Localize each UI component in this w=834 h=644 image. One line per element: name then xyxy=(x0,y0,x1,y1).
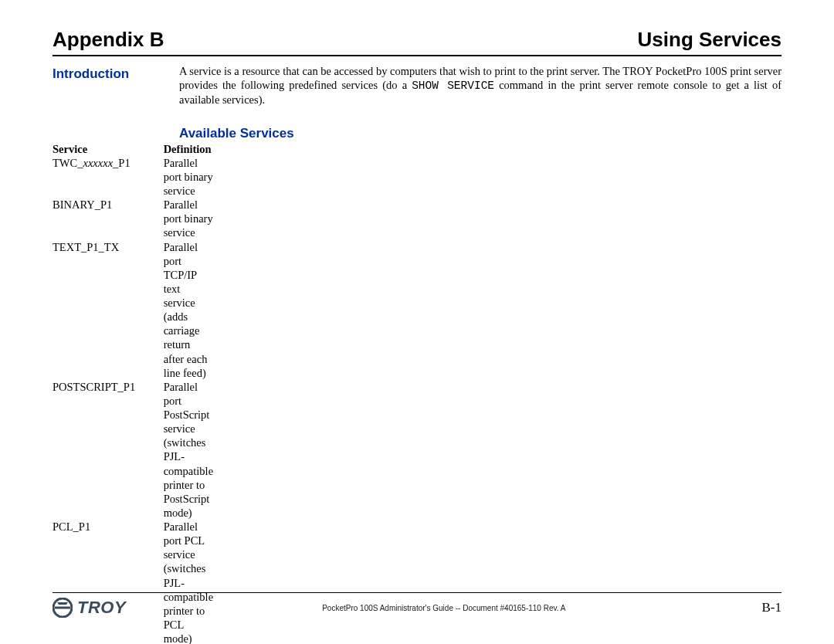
table-row: TWC_xxxxxx_P1 Parallel port binary servi… xyxy=(53,156,227,198)
intro-cmd: SHOW SERVICE xyxy=(412,80,494,92)
table-row: POSTSCRIPT_P1 Parallel port PostScript s… xyxy=(53,380,227,520)
header-rule xyxy=(53,55,781,56)
col-header-definition: Definition xyxy=(164,142,227,156)
svc-name-part: PCL_P1 xyxy=(53,520,90,533)
svc-name-part: _P1 xyxy=(113,157,131,169)
footer-row: TROY PocketPro 100S Administrator's Guid… xyxy=(53,593,781,618)
svc-name-part: BINARY_P1 xyxy=(53,198,112,211)
svc-name-part: TWC_ xyxy=(53,157,83,169)
svc-definition: Parallel port TCP/IP text service (adds … xyxy=(164,240,227,380)
spacer xyxy=(53,117,781,124)
table-row: PCL_P1 Parallel port PCL service (switch… xyxy=(53,520,227,644)
page-footer: TROY PocketPro 100S Administrator's Guid… xyxy=(53,592,781,618)
svc-definition: Parallel port PCL service (switches PJL-… xyxy=(164,520,227,644)
svc-name-part: POSTSCRIPT_P1 xyxy=(53,381,135,393)
svc-definition: Parallel port PostScript service (switch… xyxy=(164,380,227,520)
side-heading-available-services: Available Services xyxy=(179,124,781,141)
troy-logo-text: TROY xyxy=(77,598,126,618)
svc-name-part: TEXT_P1_TX xyxy=(53,241,119,253)
intro-body: A service is a resource that can be acce… xyxy=(179,64,781,117)
svc-name-var: xxxxxx xyxy=(83,157,113,169)
side-heading-introduction: Introduction xyxy=(53,64,167,117)
intro-paragraph: A service is a resource that can be acce… xyxy=(179,64,781,107)
table-row: BINARY_P1 Parallel port binary service xyxy=(53,198,227,239)
header-right: Using Services xyxy=(638,28,781,52)
page-header: Appendix B Using Services xyxy=(53,28,781,52)
svc-definition: Parallel port binary service xyxy=(164,198,227,239)
troy-logo: TROY xyxy=(53,598,126,618)
header-left: Appendix B xyxy=(53,28,164,52)
page-number: B-1 xyxy=(761,600,781,615)
services-table-header-row: Service Definition xyxy=(53,142,227,156)
services-table: Service Definition TWC_xxxxxx_P1 Paralle… xyxy=(53,142,227,644)
document-page: Appendix B Using Services Introduction A… xyxy=(0,0,834,644)
col-header-service: Service xyxy=(53,142,164,156)
footer-doc-info: PocketPro 100S Administrator's Guide -- … xyxy=(322,604,565,612)
svc-definition: Parallel port binary service xyxy=(164,156,227,198)
content-grid: Introduction A service is a resource tha… xyxy=(53,64,781,644)
table-row: TEXT_P1_TX Parallel port TCP/IP text ser… xyxy=(53,240,227,380)
svg-rect-1 xyxy=(55,607,70,609)
services-body: Service Definition TWC_xxxxxx_P1 Paralle… xyxy=(53,142,167,644)
troy-logo-icon xyxy=(53,598,73,618)
